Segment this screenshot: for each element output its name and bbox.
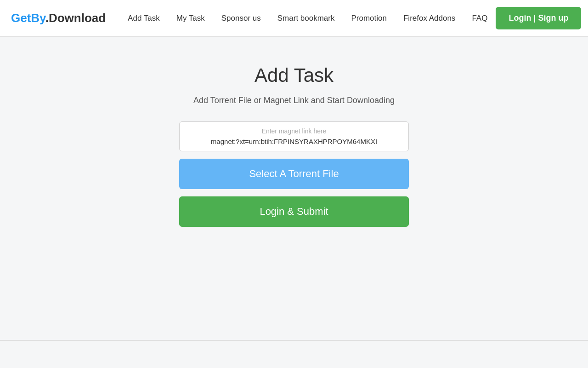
nav-add-task[interactable]: Add Task xyxy=(119,0,168,37)
footer-bottom xyxy=(0,340,588,368)
page-subtitle: Add Torrent File or Magnet Link and Star… xyxy=(193,96,395,105)
navbar: GetBy.Download Add Task My Task Sponsor … xyxy=(0,0,588,37)
task-form: Enter magnet link here magnet:?xt=urn:bt… xyxy=(179,121,409,227)
brand-dot: . xyxy=(45,11,49,25)
magnet-value: magnet:?xt=urn:btih:FRPINSYRAXHPRPOYM64M… xyxy=(187,138,401,145)
select-torrent-button[interactable]: Select A Torrent File xyxy=(179,159,409,189)
nav-my-task[interactable]: My Task xyxy=(168,0,213,37)
nav-promotion[interactable]: Promotion xyxy=(343,0,395,37)
page-title: Add Task xyxy=(254,64,334,86)
magnet-placeholder: Enter magnet link here xyxy=(187,127,401,135)
main-content: Add Task Add Torrent File or Magnet Link… xyxy=(0,37,588,245)
nav-sponsor-us[interactable]: Sponsor us xyxy=(213,0,269,37)
nav-faq[interactable]: FAQ xyxy=(464,0,496,37)
brand-logo[interactable]: GetBy.Download xyxy=(11,11,106,25)
nav-firefox-addons[interactable]: Firefox Addons xyxy=(395,0,464,37)
nav-links: Add Task My Task Sponsor us Smart bookma… xyxy=(119,0,496,37)
brand-get: GetBy xyxy=(11,11,45,25)
nav-smart-bookmark[interactable]: Smart bookmark xyxy=(269,0,343,37)
magnet-input-container[interactable]: Enter magnet link here magnet:?xt=urn:bt… xyxy=(179,121,409,151)
brand-download: Download xyxy=(49,11,106,25)
login-signup-button[interactable]: Login | Sign up xyxy=(496,7,581,29)
login-submit-button[interactable]: Login & Submit xyxy=(179,196,409,227)
